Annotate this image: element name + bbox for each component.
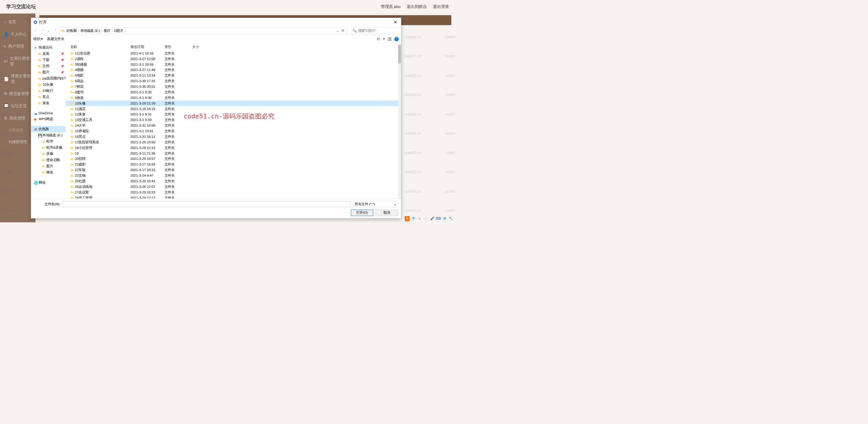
tree-item[interactable]: 🌐网络 [31, 179, 65, 186]
file-row[interactable]: 11酒店2021-3-15 18:15文件夹 [66, 106, 401, 112]
ime-punct-icon[interactable]: •, [418, 217, 422, 221]
file-row[interactable]: 6商品2021-3-30 17:32文件夹 [66, 78, 401, 84]
tree-item[interactable]: 🖥此电脑 [31, 126, 65, 132]
logout-link[interactable]: 退出登录 [433, 4, 449, 9]
file-row[interactable]: 23文物2021-3-24 8:47文件夹 [66, 173, 401, 178]
file-row[interactable]: 7鲜花2021-3-30 20:01文件夹 [66, 84, 401, 89]
file-row[interactable]: 20招聘2021-3-25 19:57文件夹 [66, 157, 401, 162]
file-row[interactable]: 3轮播图2021-3-1 20:59文件夹 [66, 62, 401, 67]
search-input[interactable]: 🔍 搜索"D图片" [351, 27, 399, 34]
sidebar-item-7[interactable]: ⚙系统管理 [0, 112, 36, 124]
breadcrumb-seg-0[interactable]: 此电脑 [65, 28, 78, 33]
tree-item[interactable]: 图片 [31, 163, 65, 169]
col-size[interactable]: 大小 [191, 45, 209, 50]
exit-front-link[interactable]: 退出到前台 [407, 4, 427, 9]
tree-item[interactable]: 10头像 [31, 82, 65, 88]
back-button[interactable]: ← [33, 28, 38, 33]
breadcrumb-dropdown[interactable]: ⌄ [335, 29, 340, 33]
file-row[interactable]: 5电影2021-3-11 13:34文件夹 [66, 73, 401, 79]
sidebar-sub-1[interactable]: 轮播图管理 [0, 136, 36, 148]
ime-tool-icon[interactable]: 🔧 [448, 217, 453, 221]
file-row[interactable]: 25社团2021-3-20 10:41文件夹 [66, 178, 401, 184]
cancel-button[interactable]: 取消 [375, 210, 398, 216]
col-name[interactable]: 名称 [66, 45, 129, 50]
tree-item[interactable]: ★快速访问 [31, 45, 65, 51]
filetype-select[interactable]: 所有文件 (*.*)⌄ [353, 201, 398, 207]
file-row[interactable]: 28员工管理2021-3-29 12:13文件夹 [66, 195, 401, 199]
tree-item[interactable]: 景点 [31, 94, 65, 100]
open-button[interactable]: 打开(O) [351, 210, 373, 216]
sidebar-item-3[interactable]: 🏷文章分类管理 [0, 52, 36, 70]
tree-item-label: 33银行 [43, 89, 53, 93]
help-icon[interactable]: ? [394, 37, 399, 41]
file-row[interactable]: 192021-3-11 21:36文件夹 [66, 151, 401, 157]
tree-item[interactable]: ☁OneDrive [31, 110, 65, 116]
sidebar-item-5[interactable]: ✉留言板管理 [0, 88, 36, 100]
scrollbar[interactable] [398, 43, 401, 198]
tree-item[interactable]: 图片📌 [31, 69, 65, 75]
tree-item[interactable]: 💾本地磁盘 (E:) [31, 132, 65, 138]
sidebar-item-4[interactable]: 📄博客文章管理 [0, 70, 36, 88]
tree-item[interactable]: 录像 [31, 151, 65, 157]
file-row[interactable]: 2课程2021-3-27 12:09文件夹 [66, 56, 401, 62]
tree-item[interactable]: 文档📌 [31, 63, 65, 69]
view-dropdown-icon[interactable]: ▾ [383, 37, 385, 41]
history-dropdown[interactable]: ⌄ [46, 28, 51, 33]
file-date: 2021-3-30 20:01 [129, 85, 163, 89]
file-row[interactable]: 27会议室2021-3-29 16:33文件夹 [66, 190, 401, 195]
filename-input[interactable] [63, 201, 351, 207]
ime-icon[interactable]: S [405, 216, 410, 221]
new-folder-button[interactable]: 新建文件夹 [47, 37, 64, 41]
tree-item[interactable]: ◆WPS网盘 [31, 116, 65, 122]
breadcrumb-seg-2[interactable]: 图片 [102, 28, 112, 33]
file-row[interactable]: 14大学2021-3-31 10:06文件夹 [66, 123, 401, 129]
col-date[interactable]: 修改日期 [129, 45, 163, 50]
file-row[interactable]: 15养老院2021-3-2 19:01文件夹 [66, 129, 401, 134]
ime-settings-icon[interactable]: ⚙ [442, 217, 447, 221]
refresh-icon[interactable]: ⟳ [340, 29, 346, 33]
breadcrumb[interactable]: ›此电脑›本地磁盘 (E:)›图片›D图片›⌄⟳ [59, 27, 348, 34]
tree-item[interactable]: 桌面📌 [31, 51, 65, 57]
admin-label[interactable]: 管理员 abo [381, 4, 400, 9]
file-row[interactable]: 16景点2021-3-31 16:11文件夹 [66, 134, 401, 140]
col-type[interactable]: 类型 [163, 45, 191, 50]
breadcrumb-seg-3[interactable]: D图片 [113, 28, 125, 33]
file-row[interactable]: 18小区管理2021-3-28 12:15文件夹 [66, 145, 401, 151]
close-icon[interactable]: ✕ [392, 20, 399, 25]
file-row[interactable]: 21摄影2021-3-17 14:59文件夹 [66, 162, 401, 168]
tree-item[interactable]: 程序 [31, 138, 65, 145]
sidebar-item-6[interactable]: 💬论坛交流 [0, 100, 36, 112]
file-row[interactable]: 22车险2021-3-17 16:33文件夹 [66, 167, 401, 173]
ime-lang-icon[interactable]: 中 [412, 217, 416, 221]
file-row[interactable]: 10头像2021-3-28 21:39文件夹 [66, 101, 401, 106]
tree-item[interactable]: 程序&录像 [31, 145, 65, 151]
sidebar-item-1[interactable]: 👤个人中心 [0, 28, 36, 40]
folder-icon [38, 64, 41, 68]
ime-keyboard-icon[interactable]: ⌨ [436, 217, 440, 221]
tree-item[interactable]: 33银行 [31, 88, 65, 94]
tree-item[interactable]: 修改 [31, 169, 65, 175]
view-details-icon[interactable] [376, 37, 380, 41]
tree-item[interactable]: 美食 [31, 100, 65, 106]
sidebar-item-0[interactable]: ⌂首页 [0, 16, 36, 28]
file-row[interactable]: 26运动场地2021-3-26 12:07文件夹 [66, 184, 401, 190]
organize-menu[interactable]: 组织 ▾ [33, 37, 42, 41]
forward-button[interactable]: → [40, 28, 45, 33]
sidebar-item-2[interactable]: ≡用户管理 [0, 40, 36, 52]
file-row[interactable]: 9旅游2021-3-1 9:30文件夹 [66, 95, 401, 101]
file-row[interactable]: 17医院管理系统2021-3-25 10:50文件夹 [66, 140, 401, 145]
file-row[interactable]: 1公告信息2021-4-1 10:16文件夹 [66, 51, 401, 56]
breadcrumb-seg-1[interactable]: 本地磁盘 (E:) [79, 28, 101, 33]
ime-emoji-icon[interactable]: ☺ [424, 217, 428, 221]
file-name: 6商品 [75, 79, 84, 84]
tree-item[interactable]: 使命召唤 [31, 157, 65, 163]
file-row[interactable]: 4视频2021-3-27 11:48文件夹 [66, 67, 401, 73]
preview-pane-icon[interactable] [388, 37, 392, 41]
ime-voice-icon[interactable]: 🎤 [430, 217, 435, 221]
tree-item[interactable]: jsp医院预约挂号 [31, 75, 65, 82]
up-button[interactable]: ↑ [53, 28, 58, 33]
file-row[interactable]: 8图书2021-3-1 9:30文件夹 [66, 89, 401, 95]
scrollbar-thumb[interactable] [398, 45, 401, 64]
tree-item[interactable]: 下载📌 [31, 57, 65, 63]
sidebar-sub-0[interactable]: 公告信息 [0, 124, 36, 136]
